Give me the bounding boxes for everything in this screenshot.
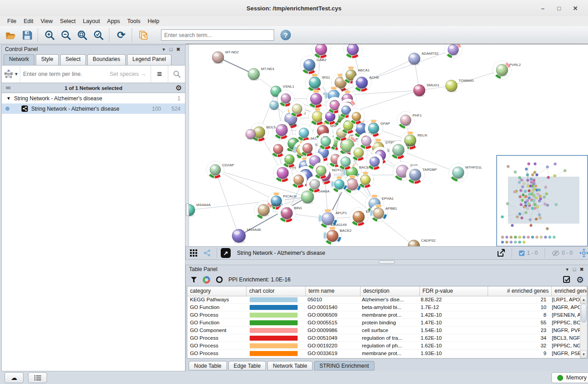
network-node-apbb1[interactable]: APBB1 <box>370 205 398 222</box>
maximize-button[interactable]: □ <box>551 0 567 16</box>
network-node-pvrl2[interactable]: PVRL2 <box>493 61 521 80</box>
expand-all-icon[interactable]: « <box>6 86 13 89</box>
annotation-mode-button[interactable]: ↗ <box>221 248 231 258</box>
panel-collapse-icon[interactable]: ▾ <box>564 267 571 272</box>
network-node[interactable] <box>270 141 287 158</box>
network-node[interactable] <box>290 172 307 188</box>
menu-item-layout[interactable]: Layout <box>79 17 104 25</box>
column-header-chart-color[interactable]: chart color <box>247 286 306 296</box>
tab-edge-table[interactable]: Edge Table <box>228 361 266 370</box>
network-node-smug1[interactable]: SMUG1 <box>413 83 440 97</box>
network-node-ms4a4a[interactable]: MS4A4A <box>185 203 211 217</box>
network-node[interactable] <box>296 125 313 141</box>
network-node[interactable] <box>313 163 330 179</box>
network-view[interactable]: MT-ND2MT-ND1VSNL1GAB2ADAMTS2PVRL2TOMM40S… <box>185 44 588 247</box>
tab-string-enrichment[interactable]: STRING Enrichment <box>314 361 374 370</box>
enrichment-chart-icon[interactable] <box>203 276 210 284</box>
zoom-selected-button[interactable] <box>90 28 107 42</box>
table-row[interactable]: KEGG Pathways05010Alzheimer's dise...8.8… <box>187 296 580 304</box>
tab-network[interactable]: Network <box>4 54 34 65</box>
save-session-button[interactable] <box>19 28 35 42</box>
column-header-description[interactable]: description <box>360 286 420 296</box>
column-header-term-name[interactable]: term name <box>306 286 360 296</box>
menu-item-file[interactable]: File <box>4 17 20 25</box>
network-node-dlg4[interactable]: DLG4 <box>389 141 416 159</box>
navigator-toggle-button[interactable] <box>578 248 588 258</box>
scroll-down-button[interactable]: ▼ <box>580 351 587 358</box>
network-node-ms4a4e[interactable]: MS4A4E <box>232 228 261 244</box>
column-header--enriched-genes[interactable]: # enriched genes <box>488 286 552 296</box>
network-node-mt-nd2[interactable]: MT-ND2 <box>212 50 239 64</box>
network-node-bace2[interactable]: BACE2 <box>323 227 352 245</box>
splitter-handle[interactable] <box>379 260 395 264</box>
gear-icon[interactable]: ⚙ <box>576 276 584 284</box>
open-session-button[interactable] <box>3 28 19 42</box>
network-node[interactable] <box>312 44 331 59</box>
network-node-phf1[interactable]: PHF1 <box>397 112 422 129</box>
panel-close-icon[interactable]: ✖ <box>175 47 182 52</box>
panel-splitter[interactable] <box>185 259 588 265</box>
network-node-irs1[interactable]: IRS1 <box>306 74 331 92</box>
minimize-button[interactable]: – <box>535 0 551 16</box>
scrollbar-thumb[interactable] <box>581 304 587 323</box>
menu-item-edit[interactable]: Edit <box>20 17 37 25</box>
tab-legend-panel[interactable]: Legend Panel <box>127 54 171 65</box>
network-node[interactable] <box>289 101 306 117</box>
table-row[interactable]: GO ProcessGO:0033619membrane prot...1.93… <box>187 350 580 357</box>
network-node[interactable] <box>366 154 383 170</box>
scroll-up-button[interactable]: ▲ <box>580 296 587 304</box>
network-collection-row[interactable]: ▼ String Network - Alzheimer's disease 1 <box>2 93 185 103</box>
network-node-cd2ap[interactable]: CD2AP <box>207 161 234 179</box>
menu-item-select[interactable]: Select <box>57 17 80 25</box>
share-view-button[interactable] <box>201 248 213 258</box>
string-query-input[interactable] <box>20 71 109 77</box>
select-rows-icon[interactable] <box>563 276 571 284</box>
zoom-in-button[interactable] <box>42 28 58 42</box>
set-species-hint[interactable]: Set species → <box>109 71 151 77</box>
network-node-cadps2[interactable]: CADPS2 <box>408 239 436 247</box>
network-node[interactable] <box>349 109 365 125</box>
menu-item-help[interactable]: Help <box>144 17 163 25</box>
tab-node-table[interactable]: Node Table <box>189 361 227 370</box>
panel-float-icon[interactable]: □ <box>571 267 578 272</box>
filter-icon[interactable] <box>190 276 197 283</box>
table-row[interactable]: GO ComponentGO:0009986cell surface1.54E-… <box>187 327 580 334</box>
table-row[interactable]: GO ProcessGO:0006509membrane prot...1.42… <box>187 311 580 319</box>
network-node-mthfd1l[interactable]: MTHFD1L <box>449 164 483 182</box>
panel-close-icon[interactable]: ✖ <box>578 267 585 272</box>
zoom-fit-button[interactable] <box>74 28 90 42</box>
menu-item-view[interactable]: View <box>37 17 57 25</box>
grid-view-button[interactable] <box>188 248 199 258</box>
gear-icon[interactable]: ⚙ <box>175 84 182 92</box>
network-node-tardbp[interactable]: TARDBP <box>406 166 437 184</box>
network-row[interactable]: String Network - Alzheimer's disease 100… <box>2 103 185 114</box>
navigator-canvas[interactable] <box>497 156 585 244</box>
ring-icon[interactable] <box>216 276 223 283</box>
export-network-button[interactable] <box>494 248 508 258</box>
string-protein-query-selector[interactable]: STRING ▼ <box>2 66 20 83</box>
table-row[interactable]: GO FunctionGO:0001540beta-amyloid bi...1… <box>187 304 580 311</box>
zoom-out-button[interactable] <box>58 28 74 42</box>
panel-float-icon[interactable]: □ <box>167 47 175 52</box>
network-node-adamts2[interactable]: ADAMTS2 <box>408 52 439 66</box>
menu-item-apps[interactable]: Apps <box>104 17 124 25</box>
string-options-button[interactable]: ≡ <box>151 66 168 83</box>
search-input[interactable] <box>161 29 274 41</box>
close-button[interactable]: ✕ <box>567 0 583 16</box>
network-node-bin1[interactable]: BIN1 <box>278 204 303 223</box>
column-header-category[interactable]: category <box>187 286 247 296</box>
refresh-button[interactable]: ⟳ <box>113 28 129 42</box>
network-from-file-button[interactable] <box>136 28 152 42</box>
network-node[interactable] <box>331 176 348 193</box>
table-row[interactable]: GO ProcessGO:0051049regulation of tra...… <box>187 334 580 342</box>
task-history-button[interactable] <box>28 372 47 383</box>
tab-style[interactable]: Style <box>36 54 59 65</box>
menu-item-tools[interactable]: Tools <box>123 17 144 25</box>
panel-collapse-icon[interactable]: ▾ <box>160 47 167 52</box>
column-header-enriched-genes[interactable]: enriched genes <box>552 286 587 296</box>
network-node-kiaa1149[interactable]: KIAA1149 <box>331 223 347 227</box>
table-row[interactable]: GO FunctionGO:0005515protein binding1.47… <box>187 319 580 327</box>
network-node[interactable] <box>344 44 362 59</box>
memory-button[interactable]: Memory <box>551 372 588 383</box>
network-node-mt-nd1[interactable]: MT-ND1 <box>248 67 275 81</box>
